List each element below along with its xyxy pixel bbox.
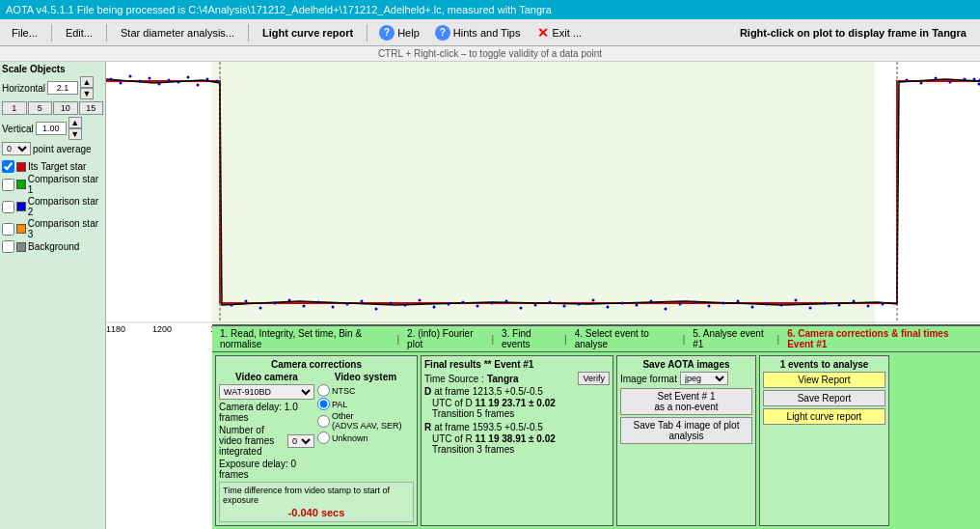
svg-point-56 (809, 307, 812, 310)
menu-exit[interactable]: ✕ Exit ... (530, 23, 589, 42)
zoom-15-btn[interactable]: 15 (79, 101, 104, 115)
svg-rect-1 (106, 62, 211, 473)
svg-point-44 (636, 304, 639, 307)
video-system-subtitle: Video system (317, 372, 414, 382)
cb-bg: Background (2, 240, 103, 253)
svg-point-65 (949, 81, 952, 84)
save-report-button[interactable]: Save Report (763, 390, 885, 406)
exposure-delay-info: Exposure delay: 0 frames (219, 459, 314, 480)
svg-point-4 (110, 78, 113, 81)
horizontal-scale-row: Horizontal ▲ ▼ (2, 76, 103, 99)
save-tab5-button[interactable]: Set Event # 1as a non-event (620, 388, 752, 415)
radio-unknown-input[interactable] (317, 432, 330, 444)
svg-point-11 (177, 81, 180, 84)
step-3[interactable]: 3. Find events (498, 327, 560, 350)
img-format-select[interactable]: jpegpng (680, 372, 728, 385)
step-6[interactable]: 6. Camera corrections & final times Even… (783, 327, 976, 350)
comp3-color (16, 224, 26, 234)
zoom-5-btn[interactable]: 5 (28, 101, 53, 115)
light-curve-report-button[interactable]: Light curve report (763, 408, 885, 425)
left-sidebar: Scale Objects Horizontal ▲ ▼ 1 5 10 15 V… (0, 62, 106, 529)
svg-point-18 (259, 307, 262, 310)
step-2[interactable]: 2. (info) Fourier plot (403, 327, 487, 350)
d-row: D at frame 1213.5 +0.5/-0.5 (424, 386, 610, 397)
analyse-title: 1 events to analyse (763, 359, 885, 370)
comp1-label: Comparison star 1 (28, 174, 103, 195)
svg-point-28 (404, 304, 407, 307)
svg-point-16 (231, 304, 233, 307)
horizontal-label: Horizontal (2, 83, 45, 94)
time-diff-box: Time difference from video stamp to star… (219, 482, 414, 522)
camera-corrections-title: Camera corrections (219, 359, 414, 370)
step-5[interactable]: 5. Analyse event #1 (689, 327, 773, 350)
radio-other-label: Other(ADVS AAV, SER) (332, 411, 402, 431)
svg-point-24 (346, 303, 349, 306)
chart-container: 1180 1200 1220 1240 1260 1280 1300 1320 … (106, 62, 980, 529)
radio-ntsc-input[interactable] (317, 384, 330, 397)
menu-light-curve[interactable]: Light curve report (255, 25, 361, 41)
step-1[interactable]: 1. Read, Integrity, Set time, Bin & norm… (216, 327, 394, 350)
num-frames-label: Number of video frames integrated (219, 425, 286, 457)
vertical-down-btn[interactable]: ▼ (68, 128, 82, 140)
horizontal-input[interactable] (47, 81, 78, 95)
vertical-up-btn[interactable]: ▲ (68, 117, 82, 128)
exit-label: Exit ... (552, 27, 582, 39)
comp2-color (16, 202, 26, 211)
menu-hints[interactable]: ? Hints and Tips (429, 23, 527, 42)
svg-point-12 (187, 76, 190, 79)
svg-point-54 (780, 304, 783, 307)
time-source-row: Time Source : Tangra Verify (424, 372, 610, 385)
svg-point-53 (766, 303, 769, 306)
point-avg-select[interactable]: 0123 (2, 142, 31, 155)
cb-target-check[interactable] (2, 160, 14, 173)
svg-point-43 (621, 302, 624, 305)
svg-point-10 (168, 79, 171, 82)
svg-point-49 (708, 305, 711, 308)
menu-file[interactable]: File... (4, 25, 45, 41)
svg-point-55 (795, 299, 798, 302)
verify-button[interactable]: Verify (578, 372, 610, 385)
menu-star-diameter[interactable]: Star diameter analysis... (113, 25, 242, 41)
comp3-label: Comparison star 3 (28, 218, 103, 239)
horizontal-up-btn[interactable]: ▲ (80, 76, 94, 88)
save-tab4-button[interactable]: Save Tab 4 image of plot analysis (620, 417, 752, 444)
menu-edit[interactable]: Edit... (58, 25, 100, 41)
cb-comp1-check[interactable] (2, 179, 14, 191)
svg-point-19 (274, 302, 277, 305)
horizontal-down-btn[interactable]: ▼ (80, 88, 94, 99)
utc-d-row: UTC of D 11 19 23.71 ± 0.02 (424, 398, 610, 408)
svg-text:1200: 1200 (152, 324, 172, 334)
zoom-buttons: 1 5 10 15 (2, 101, 103, 115)
svg-point-52 (751, 306, 754, 309)
radio-pal-input[interactable] (317, 398, 330, 410)
svg-point-39 (563, 305, 566, 308)
svg-point-21 (303, 305, 306, 308)
camera-model-select[interactable]: WAT-910BD (219, 384, 314, 400)
utc-d-label: UTC of D (432, 398, 473, 408)
exit-icon: ✕ (537, 25, 549, 41)
num-frames-select[interactable]: 012 (287, 434, 314, 448)
zoom-1-btn[interactable]: 1 (2, 101, 27, 115)
radio-other-input[interactable] (317, 415, 330, 428)
vertical-input[interactable] (36, 122, 67, 135)
d-label: D (424, 386, 431, 397)
step-4[interactable]: 4. Select event to analyse (571, 327, 679, 350)
menu-sep-4 (367, 24, 368, 42)
svg-point-6 (129, 75, 132, 78)
zoom-10-btn[interactable]: 10 (53, 101, 78, 115)
utc-d-value: 11 19 23.71 ± 0.02 (475, 398, 555, 408)
radio-ntsc-label: NTSC (332, 386, 356, 396)
svg-point-60 (867, 305, 870, 308)
hint-bar: CTRL + Right-click – to toggle validity … (0, 46, 980, 62)
svg-point-48 (694, 301, 696, 304)
svg-point-5 (120, 82, 122, 85)
menu-sep-3 (248, 24, 249, 42)
cb-comp3-check[interactable] (2, 223, 14, 236)
view-report-button[interactable]: View Report (763, 372, 885, 388)
cb-comp2-check[interactable] (2, 201, 14, 213)
menu-help[interactable]: ? Help (373, 23, 425, 42)
cb-comp3: Comparison star 3 (2, 218, 103, 239)
hints-icon: ? (435, 25, 450, 41)
step-bar: 1. Read, Integrity, Set time, Bin & norm… (212, 326, 980, 352)
cb-bg-check[interactable] (2, 240, 14, 253)
